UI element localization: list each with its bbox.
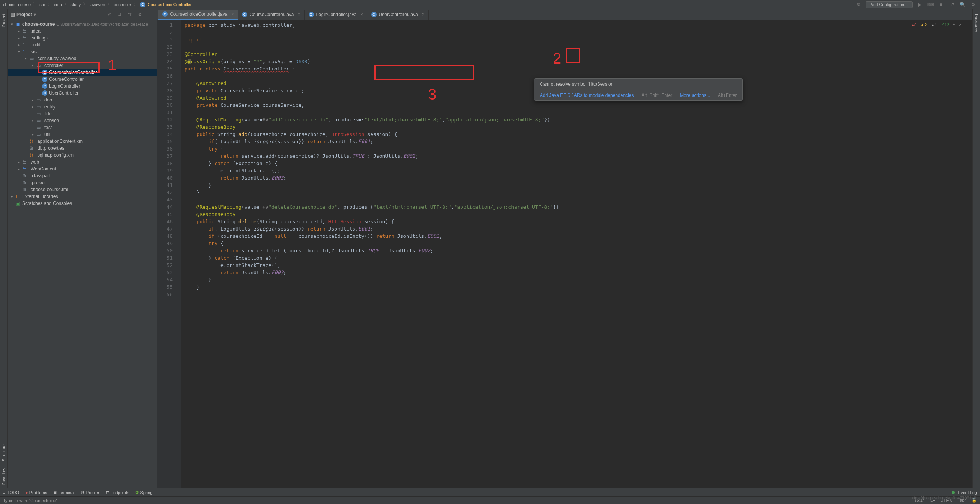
debug-icon[interactable]: ⌨	[926, 1, 934, 8]
tree-item[interactable]: ▾▭controller	[8, 62, 157, 69]
annotation-label-3: 3	[428, 86, 436, 103]
search-icon[interactable]: 🔍	[959, 1, 966, 8]
tool-spring[interactable]: ✿ Spring	[135, 490, 152, 495]
run-icon[interactable]: ▶	[916, 1, 923, 8]
crumb[interactable]: choose-course	[3, 2, 31, 7]
more-actions-shortcut: Alt+Enter	[718, 93, 737, 98]
stop-icon[interactable]: ■	[937, 1, 945, 8]
locate-icon[interactable]: ⊙	[106, 11, 114, 18]
editor-tab[interactable]: CCoursechoiceController.java×	[158, 10, 238, 20]
tree-item[interactable]: ▾🗀src	[8, 48, 157, 55]
reload-icon[interactable]: ↻	[855, 1, 862, 8]
tree-item[interactable]: ⟨⟩sqlmap-config.xml	[8, 152, 157, 159]
crumb[interactable]: study	[71, 2, 81, 7]
tree-item[interactable]: ▸▭service	[8, 117, 157, 124]
inspection-widget[interactable]: ●8 ▲2 ▲1 ✓12 ^v	[911, 22, 961, 27]
crumb[interactable]: src	[39, 2, 45, 7]
tool-endpoints[interactable]: ⇄ Endpoints	[106, 490, 129, 495]
quick-fix-shortcut: Alt+Shift+Enter	[641, 93, 672, 98]
tree-item[interactable]: CCourseController	[8, 76, 157, 83]
tree-item[interactable]: CLoginController	[8, 83, 157, 90]
crumb-current[interactable]: CoursechoiceController	[148, 2, 192, 7]
crumb[interactable]: javaweb	[90, 2, 105, 7]
close-icon[interactable]: ×	[231, 11, 234, 17]
tree-item[interactable]: ▸▭dao	[8, 97, 157, 103]
tool-eventlog[interactable]: Event Log	[952, 490, 977, 495]
tool-tab-database[interactable]: Database	[973, 11, 980, 35]
left-tool-stripe: Project Structure Favorites	[0, 9, 8, 488]
settings-icon[interactable]: ⚙	[969, 1, 977, 8]
annotation-label-1: 1	[108, 57, 116, 74]
crumb[interactable]: controller	[114, 2, 131, 7]
status-bar: Typo: In word 'Coursechoice' 25:14 LF UT…	[0, 496, 980, 504]
crumb[interactable]: com	[54, 2, 62, 7]
more-actions[interactable]: More actions...	[680, 93, 710, 98]
tool-tab-project[interactable]: Project	[1, 11, 7, 30]
tree-item[interactable]: 🗎.project	[8, 179, 157, 186]
run-config-button[interactable]: Add Configuration...	[866, 1, 913, 8]
tree-item[interactable]: ▸▭entity	[8, 103, 157, 110]
tool-profiler[interactable]: ◔ Profiler	[81, 490, 100, 495]
close-icon[interactable]: ×	[361, 12, 363, 17]
tree-item[interactable]: ▸🗀build	[8, 41, 157, 48]
breadcrumb[interactable]: choose-course〉 src〉 com〉 study〉 javaweb〉…	[3, 2, 191, 7]
navigation-bar: choose-course〉 src〉 com〉 study〉 javaweb〉…	[0, 0, 980, 9]
tree-item[interactable]: 🗎.classpath	[8, 172, 157, 179]
fold-gutter[interactable]	[176, 20, 181, 488]
right-tool-stripe: Database	[972, 9, 980, 488]
tree-item[interactable]: ▭filter	[8, 110, 157, 117]
close-icon[interactable]: ×	[422, 12, 425, 17]
gear-icon[interactable]: ⚙	[136, 11, 144, 18]
expand-icon[interactable]: ⇊	[116, 11, 124, 18]
close-icon[interactable]: ×	[297, 12, 300, 17]
tree-item[interactable]: CUserController	[8, 90, 157, 97]
tree-item[interactable]: ▸🗀.settings	[8, 34, 157, 41]
tool-todo[interactable]: ≡ TODO	[3, 490, 19, 495]
editor[interactable]: ●8 ▲2 ▲1 ✓12 ^v 123222324252627282930313…	[157, 20, 972, 488]
annotation-label-2: 2	[553, 50, 561, 67]
tree-item[interactable]: 🗎db.properties	[8, 145, 157, 152]
project-panel-title[interactable]: ▤Project▾	[11, 12, 36, 17]
line-gutter[interactable]: 1232223242526272829303132333435363738394…	[157, 20, 176, 488]
editor-area: CCoursechoiceController.java×CCourseCont…	[157, 9, 972, 488]
quick-fix-action[interactable]: Add Java EE 6 JARs to module dependencie…	[540, 93, 634, 98]
watermark: https://blog.csdn.net/m0_47709146	[910, 496, 976, 500]
project-tool-window: ▤Project▾ ⊙ ⇊ ⇈ ⚙ — ▾ ▣ choose-course C:…	[8, 9, 157, 488]
status-message: Typo: In word 'Coursechoice'	[3, 498, 57, 503]
tree-item[interactable]: ▸🗀.idea	[8, 28, 157, 34]
tool-terminal[interactable]: ▣ Terminal	[53, 490, 75, 495]
tree-item[interactable]: ▾▭com.study.javaweb	[8, 55, 157, 62]
popup-error-text: Cannot resolve symbol 'HttpSession'	[534, 79, 742, 90]
intention-popup: Cannot resolve symbol 'HttpSession' Add …	[534, 78, 743, 101]
hide-icon[interactable]: —	[146, 11, 154, 18]
git-icon[interactable]: ⎇	[948, 1, 956, 8]
tool-problems[interactable]: ● Problems	[25, 490, 47, 495]
editor-tab[interactable]: CUserController.java×	[368, 10, 429, 20]
tree-ext-libs[interactable]: ▸⫿⫿ External Libraries	[8, 193, 157, 200]
collapse-icon[interactable]: ⇈	[126, 11, 134, 18]
tree-item[interactable]: 🗎choose-course.iml	[8, 186, 157, 193]
tree-item[interactable]: ⟨⟩applicationContext.xml	[8, 138, 157, 145]
tree-scratches[interactable]: ▣ Scratches and Consoles	[8, 200, 157, 207]
project-tree[interactable]: ▾ ▣ choose-course C:\Users\Sammax\Deskto…	[8, 20, 157, 488]
tree-item[interactable]: ▸🗀WebContent	[8, 165, 157, 172]
tree-item[interactable]: ▸🗀web	[8, 159, 157, 165]
tree-item[interactable]: ▭test	[8, 124, 157, 131]
tree-root[interactable]: ▾ ▣ choose-course C:\Users\Sammax\Deskto…	[8, 21, 157, 28]
tree-item[interactable]: ▸▭util	[8, 131, 157, 138]
tree-item[interactable]: CCoursechoiceController	[8, 69, 157, 76]
tool-tab-structure[interactable]: Structure	[1, 441, 7, 465]
editor-tabs: CCoursechoiceController.java×CCourseCont…	[157, 9, 972, 20]
editor-tab[interactable]: CLoginController.java×	[305, 10, 368, 20]
tool-tab-favorites[interactable]: Favorites	[1, 465, 7, 488]
bottom-tool-bar: ≡ TODO ● Problems ▣ Terminal ◔ Profiler …	[0, 488, 980, 496]
editor-tab[interactable]: CCourseController.java×	[238, 10, 304, 20]
